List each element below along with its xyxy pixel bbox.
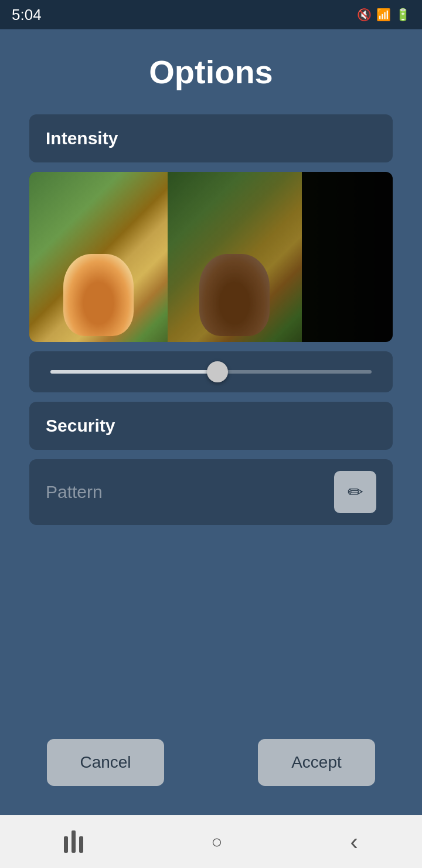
- pattern-card: Pattern ✏: [29, 459, 393, 525]
- pencil-icon: ✏: [348, 481, 363, 503]
- security-header: Security: [29, 402, 393, 450]
- security-label: Security: [46, 416, 115, 435]
- image-panel-right: [302, 172, 393, 342]
- battery-icon: 🔋: [396, 8, 410, 22]
- nav-bar: ○ ‹: [0, 815, 422, 868]
- intensity-header: Intensity: [29, 114, 393, 162]
- cat-mid: [199, 254, 270, 336]
- nav-menu-button[interactable]: [46, 825, 101, 859]
- cat-left: [63, 254, 134, 336]
- nav-back-button[interactable]: ‹: [333, 823, 376, 861]
- home-icon: ○: [211, 831, 222, 853]
- bottom-buttons: Cancel Accept: [29, 739, 393, 786]
- page-title: Options: [149, 53, 273, 91]
- slider-fill: [50, 370, 217, 374]
- cancel-button[interactable]: Cancel: [47, 739, 164, 786]
- image-preview: [29, 172, 393, 342]
- image-panel-mid: [168, 172, 302, 342]
- intensity-label: Intensity: [46, 128, 118, 148]
- main-content: Options Intensity Security Pattern ✏: [0, 29, 422, 815]
- intensity-slider-track[interactable]: [50, 370, 372, 374]
- nav-home-button[interactable]: ○: [193, 825, 240, 859]
- pattern-placeholder: Pattern: [46, 482, 103, 502]
- mute-icon: 🔇: [357, 8, 372, 22]
- status-time: 5:04: [12, 6, 42, 24]
- status-icons: 🔇 📶 🔋: [357, 8, 410, 22]
- menu-icon: [64, 830, 83, 853]
- status-bar: 5:04 🔇 📶 🔋: [0, 0, 422, 29]
- back-icon: ‹: [350, 829, 358, 855]
- signal-icon: 📶: [376, 8, 391, 22]
- image-panel-left: [29, 172, 168, 342]
- image-preview-card: [29, 172, 393, 342]
- slider-card: [29, 351, 393, 392]
- accept-button[interactable]: Accept: [258, 739, 375, 786]
- edit-pattern-button[interactable]: ✏: [334, 471, 376, 513]
- slider-thumb[interactable]: [207, 361, 228, 382]
